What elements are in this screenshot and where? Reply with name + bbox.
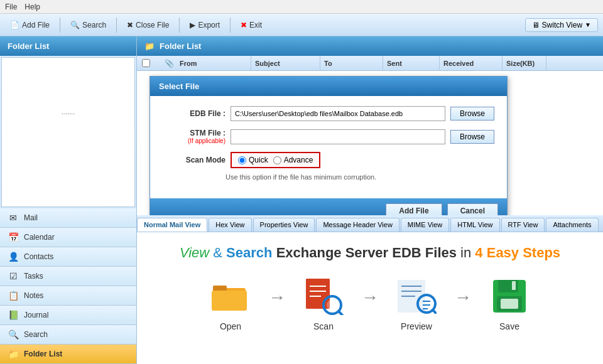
scan-options-group: Quick Advance xyxy=(231,152,320,168)
journal-icon: 📗 xyxy=(8,309,19,321)
col-received-header: Received xyxy=(440,56,503,70)
col-from-header: From xyxy=(176,56,251,70)
sidebar-item-mail[interactable]: ✉ Mail xyxy=(0,208,136,228)
edb-file-label: EDB File : xyxy=(163,109,225,118)
sidebar-nav: ✉ Mail 📅 Calendar 👤 Contacts ☑ Tasks 📋 N… xyxy=(0,208,136,364)
edb-browse-button[interactable]: Browse xyxy=(450,107,494,120)
table-header: 📎 From Subject To Sent Received Size(KB) xyxy=(137,56,603,71)
close-file-button[interactable]: ✖ Close File xyxy=(122,19,174,31)
contacts-icon: 👤 xyxy=(8,251,19,262)
content-area: 📁 Folder List 📎 From Subject To Sent Rec… xyxy=(137,36,603,364)
calendar-icon: 📅 xyxy=(8,232,19,243)
stm-browse-button[interactable]: Browse xyxy=(450,130,494,144)
exit-button[interactable]: ✖ Exit xyxy=(236,19,267,31)
step-preview: Preview xyxy=(385,276,448,331)
dialog-container: Select File EDB File : Browse STM File :… xyxy=(137,71,603,364)
sidebar-item-notes[interactable]: 📋 Notes xyxy=(0,286,136,306)
stm-file-row: STM File : (If applicable) Browse xyxy=(163,129,494,144)
mail-icon: ✉ xyxy=(8,212,19,223)
edb-file-input[interactable] xyxy=(231,106,445,121)
col-sent-header: Sent xyxy=(383,56,440,70)
content-header-icon: 📁 xyxy=(144,41,155,51)
toolbar-separator-4 xyxy=(230,18,231,33)
sidebar-item-folder-list[interactable]: 📁 Folder List xyxy=(0,345,136,364)
svg-line-17 xyxy=(433,310,436,313)
toolbar: 📄 Add File 🔍 Search ✖ Close File ▶ Expor… xyxy=(0,14,603,36)
arrow-3: → xyxy=(454,287,472,320)
select-file-dialog: Select File EDB File : Browse STM File :… xyxy=(149,76,508,224)
tab-normal-mail[interactable]: Normal Mail View xyxy=(137,218,207,232)
dialog-header: Select File xyxy=(150,77,507,96)
search-button[interactable]: 🔍 Search xyxy=(65,19,111,31)
col-clip-header: 📎 xyxy=(165,59,176,68)
svg-rect-23 xyxy=(512,281,516,290)
toolbar-separator-3 xyxy=(179,18,180,33)
switch-view-icon: 🖥 xyxy=(532,21,540,29)
toolbar-separator xyxy=(60,18,60,33)
main-layout: Folder List ....... ✉ Mail 📅 Calendar 👤 … xyxy=(0,36,603,364)
step-scan: Scan xyxy=(292,276,355,331)
svg-rect-25 xyxy=(501,299,518,309)
scan-advance-radio[interactable] xyxy=(273,156,281,164)
add-file-icon: 📄 xyxy=(10,21,19,29)
exit-icon: ✖ xyxy=(241,21,247,29)
sidebar-tree-content: ....... xyxy=(2,58,134,177)
sidebar-item-journal[interactable]: 📗 Journal xyxy=(0,306,136,325)
close-file-icon: ✖ xyxy=(127,21,133,29)
export-icon: ▶ xyxy=(190,21,195,29)
tab-attachments[interactable]: Attachments xyxy=(546,218,598,232)
tab-mime[interactable]: MIME View xyxy=(401,218,449,232)
tab-message-header[interactable]: Message Header View xyxy=(316,218,399,232)
scan-mode-label: Scan Mode xyxy=(163,156,225,164)
svg-rect-5 xyxy=(306,279,330,309)
tab-hex[interactable]: Hex View xyxy=(209,218,251,232)
arrow-1: → xyxy=(268,287,286,320)
steps-row: Open → xyxy=(199,276,541,331)
sidebar-title: Folder List xyxy=(0,36,136,56)
search-nav-icon: 🔍 xyxy=(8,329,19,340)
tab-properties[interactable]: Properties View xyxy=(253,218,315,232)
tasks-icon: ☑ xyxy=(8,270,19,282)
col-checkbox[interactable] xyxy=(139,59,152,67)
search-icon: 🔍 xyxy=(70,21,80,29)
bottom-section: Normal Mail View Hex View Properties Vie… xyxy=(137,215,603,364)
tab-content: View & Search Exchange Server EDB Files … xyxy=(137,232,603,364)
save-icon xyxy=(489,276,530,316)
sidebar-item-tasks[interactable]: ☑ Tasks xyxy=(0,267,136,286)
select-all-checkbox[interactable] xyxy=(142,59,150,67)
export-button[interactable]: ▶ Export xyxy=(185,19,225,31)
scan-quick-radio[interactable] xyxy=(238,156,246,164)
sidebar-item-contacts[interactable]: 👤 Contacts xyxy=(0,247,136,267)
menu-help[interactable]: Help xyxy=(24,3,40,11)
sidebar-item-calendar[interactable]: 📅 Calendar xyxy=(0,228,136,247)
svg-line-10 xyxy=(339,311,343,315)
add-file-button[interactable]: 📄 Add File xyxy=(5,19,55,31)
svg-point-11 xyxy=(327,299,338,311)
scan-hint: Use this option if the file has minimum … xyxy=(225,173,494,181)
col-subject-header: Subject xyxy=(251,56,320,70)
step-save: Save xyxy=(478,276,541,331)
open-icon xyxy=(210,276,251,316)
arrow-2: → xyxy=(361,287,379,320)
menu-bar: File Help xyxy=(0,0,603,14)
scan-icon xyxy=(303,276,344,316)
tab-rtf[interactable]: RTF View xyxy=(501,218,545,232)
toolbar-right: 🖥 Switch View ▼ xyxy=(525,18,598,32)
folder-list-icon: 📁 xyxy=(8,348,19,360)
switch-view-button[interactable]: 🖥 Switch View ▼ xyxy=(525,18,598,32)
preview-icon xyxy=(396,276,437,316)
sidebar: Folder List ....... ✉ Mail 📅 Calendar 👤 … xyxy=(0,36,137,364)
menu-file[interactable]: File xyxy=(5,3,17,11)
toolbar-separator-2 xyxy=(116,18,117,33)
switch-view-chevron-icon: ▼ xyxy=(585,21,591,28)
scan-advance-option[interactable]: Advance xyxy=(273,156,313,164)
scan-quick-option[interactable]: Quick xyxy=(238,156,268,164)
stm-file-input[interactable] xyxy=(231,129,445,144)
col-size-header: Size(KB) xyxy=(503,56,546,70)
tabs-bar: Normal Mail View Hex View Properties Vie… xyxy=(137,215,603,232)
steps-title: View & Search Exchange Server EDB Files … xyxy=(180,245,560,261)
edb-file-row: EDB File : Browse xyxy=(163,106,494,121)
sidebar-item-search[interactable]: 🔍 Search xyxy=(0,325,136,345)
notes-icon: 📋 xyxy=(8,290,19,301)
tab-html[interactable]: HTML View xyxy=(450,218,499,232)
